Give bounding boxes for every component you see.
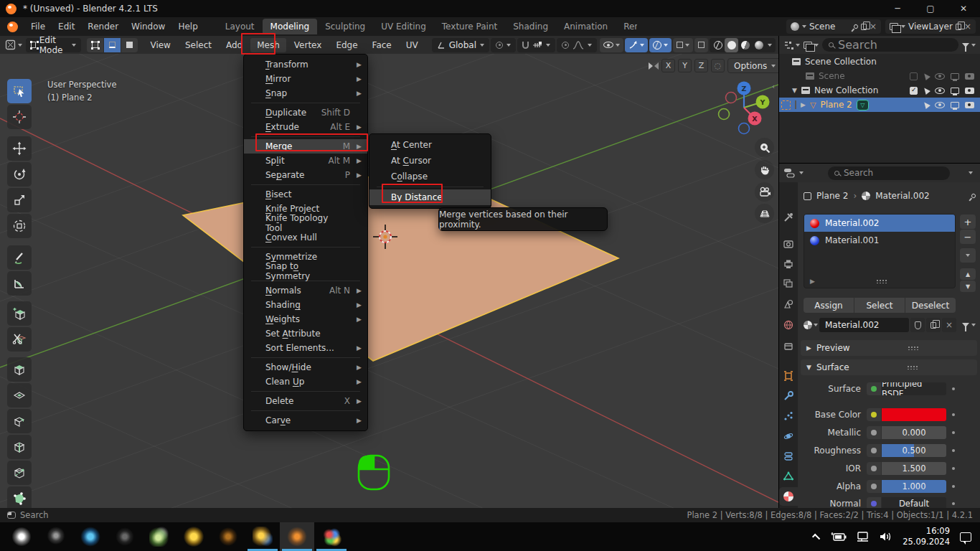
gizmo-minus-x[interactable] bbox=[726, 93, 737, 103]
taskbar-app-10[interactable] bbox=[314, 522, 349, 551]
menu-item-shading[interactable]: Shading▶ bbox=[244, 298, 367, 312]
menu-item-bisect[interactable]: Bisect bbox=[244, 187, 367, 202]
breadcrumb-material[interactable]: Material.002 bbox=[875, 191, 929, 201]
maximize-button[interactable]: ▢ bbox=[914, 0, 947, 17]
tab-view-layer[interactable] bbox=[779, 275, 798, 293]
shading-wireframe-button[interactable] bbox=[711, 38, 725, 52]
material-filter-button[interactable] bbox=[962, 323, 976, 327]
navigation-gizmo[interactable]: Z Y X bbox=[719, 82, 770, 134]
disable-viewport-icon[interactable] bbox=[951, 88, 959, 94]
options-dropdown[interactable]: Options bbox=[727, 58, 778, 73]
outliner-filter-display[interactable] bbox=[804, 42, 819, 49]
animate-dot[interactable] bbox=[952, 502, 955, 505]
remove-slot-button[interactable]: − bbox=[960, 230, 976, 244]
menu-edit[interactable]: Edit bbox=[52, 19, 81, 34]
animate-dot[interactable] bbox=[952, 485, 955, 488]
tool-bevel[interactable] bbox=[7, 409, 32, 433]
new-material-button[interactable] bbox=[926, 318, 941, 332]
menu-item-carve[interactable]: Carve▶ bbox=[244, 413, 367, 428]
outliner-search-input[interactable]: Search bbox=[822, 38, 958, 52]
mirror-icon[interactable] bbox=[649, 62, 659, 70]
new-scene-icon[interactable] bbox=[861, 24, 867, 30]
animate-dot[interactable] bbox=[952, 387, 955, 390]
proportional-falloff-button[interactable]: ◌ bbox=[711, 59, 725, 72]
xray-toggle[interactable] bbox=[673, 38, 693, 52]
menu-item-snap-to-symmetry[interactable]: Snap to Symmetry bbox=[244, 264, 367, 278]
expand-chevron-icon[interactable]: ▶ bbox=[801, 101, 806, 108]
menu-render[interactable]: Render bbox=[81, 19, 125, 34]
taskbar-app-7[interactable] bbox=[211, 522, 245, 551]
menu-item-duplicate[interactable]: DuplicateShift D bbox=[244, 105, 367, 120]
workspace-tab-layout[interactable]: Layout bbox=[217, 19, 263, 34]
tool-scale[interactable] bbox=[7, 188, 32, 212]
remove-view-layer-icon[interactable]: × bbox=[964, 22, 971, 31]
fake-user-button[interactable] bbox=[910, 318, 925, 332]
tool-knife[interactable] bbox=[7, 461, 32, 485]
taskbar-app-1[interactable] bbox=[4, 522, 39, 551]
unlink-material-button[interactable]: × bbox=[942, 318, 956, 332]
blender-menu-icon[interactable] bbox=[7, 22, 18, 32]
browse-material-chevron[interactable] bbox=[814, 324, 818, 326]
taskbar-app-5[interactable] bbox=[142, 522, 176, 551]
tab-object[interactable] bbox=[779, 367, 798, 385]
menu-item-show-hide[interactable]: Show/Hide▶ bbox=[244, 360, 367, 375]
minimize-button[interactable]: ─ bbox=[881, 0, 914, 17]
menu-view[interactable]: View bbox=[143, 38, 176, 52]
edge-select-button[interactable] bbox=[104, 38, 121, 52]
resize-grip[interactable] bbox=[876, 279, 887, 283]
tool-measure[interactable] bbox=[7, 271, 32, 296]
taskbar-app-4[interactable] bbox=[108, 522, 142, 551]
workspace-tab-uv-editing[interactable]: UV Editing bbox=[373, 19, 434, 34]
menu-item-at-cursor[interactable]: At Cursor bbox=[369, 153, 491, 169]
exclude-checkbox[interactable] bbox=[910, 87, 918, 95]
pin-icon[interactable] bbox=[853, 24, 859, 29]
outliner-row-scene[interactable]: Scene bbox=[779, 69, 980, 83]
workspace-tab-sculpting[interactable]: Sculpting bbox=[317, 19, 373, 34]
disable-viewport-icon[interactable] bbox=[951, 73, 959, 80]
selectable-icon[interactable] bbox=[922, 72, 930, 80]
battery-icon[interactable] bbox=[831, 532, 847, 542]
move-slot-up-button[interactable]: ▲ bbox=[960, 268, 976, 280]
menu-vertex[interactable]: Vertex bbox=[288, 38, 329, 52]
taskbar-app-9[interactable] bbox=[280, 522, 314, 551]
outliner-row-new-collection[interactable]: ▼ New Collection bbox=[779, 83, 980, 98]
menu-item-separate[interactable]: SeparateP▶ bbox=[244, 168, 367, 182]
menu-file[interactable]: File bbox=[24, 19, 52, 34]
new-view-layer-icon[interactable] bbox=[956, 24, 961, 30]
normal-input[interactable]: Default bbox=[882, 497, 946, 508]
vertex-select-button[interactable] bbox=[87, 38, 103, 52]
3d-viewport[interactable]: Z Y X User Perspective (1) Plane 2 X Y Z… bbox=[0, 54, 778, 508]
expand-chevron-icon[interactable]: ▼ bbox=[792, 87, 797, 94]
menu-item-extrude[interactable]: ExtrudeAlt E▶ bbox=[244, 120, 367, 134]
workspace-tab-rendering[interactable]: Rendering bbox=[616, 19, 637, 34]
overlays-toggle[interactable] bbox=[649, 38, 672, 52]
tab-object-data[interactable] bbox=[779, 467, 798, 486]
menu-item-mirror[interactable]: Mirror▶ bbox=[244, 72, 367, 86]
tool-loop-cut[interactable] bbox=[7, 435, 32, 459]
disable-viewport-icon[interactable] bbox=[951, 102, 959, 108]
pin-icon[interactable] bbox=[971, 193, 976, 199]
exclude-checkbox[interactable] bbox=[910, 72, 918, 80]
metallic-slider[interactable]: 0.000 bbox=[882, 426, 946, 439]
surface-shader-button[interactable]: Principled BSDF bbox=[882, 382, 946, 395]
outliner-display-mode[interactable] bbox=[783, 41, 800, 50]
add-slot-button[interactable]: + bbox=[960, 215, 976, 229]
tool-annotate[interactable] bbox=[7, 245, 32, 270]
ior-slider[interactable]: 1.500 bbox=[882, 462, 946, 475]
taskbar-app-6[interactable] bbox=[176, 522, 211, 551]
hide-eye-icon[interactable] bbox=[935, 88, 945, 94]
tool-add-cube[interactable] bbox=[7, 301, 32, 326]
workspace-tab-animation[interactable]: Animation bbox=[556, 19, 616, 34]
tab-render[interactable] bbox=[779, 235, 798, 253]
magnet-snap-icon[interactable] bbox=[522, 42, 529, 49]
menu-face[interactable]: Face bbox=[366, 38, 398, 52]
disable-render-icon[interactable] bbox=[965, 88, 974, 94]
menu-item-split[interactable]: SplitAlt M▶ bbox=[244, 154, 367, 168]
tool-move[interactable] bbox=[7, 136, 32, 161]
animate-dot[interactable] bbox=[952, 413, 955, 416]
alpha-slider[interactable]: 1.000 bbox=[882, 480, 946, 493]
menu-item-at-center[interactable]: At Center bbox=[369, 137, 491, 153]
tab-scene[interactable] bbox=[779, 295, 798, 314]
menu-help[interactable]: Help bbox=[171, 19, 204, 34]
menu-window[interactable]: Window bbox=[125, 19, 171, 34]
